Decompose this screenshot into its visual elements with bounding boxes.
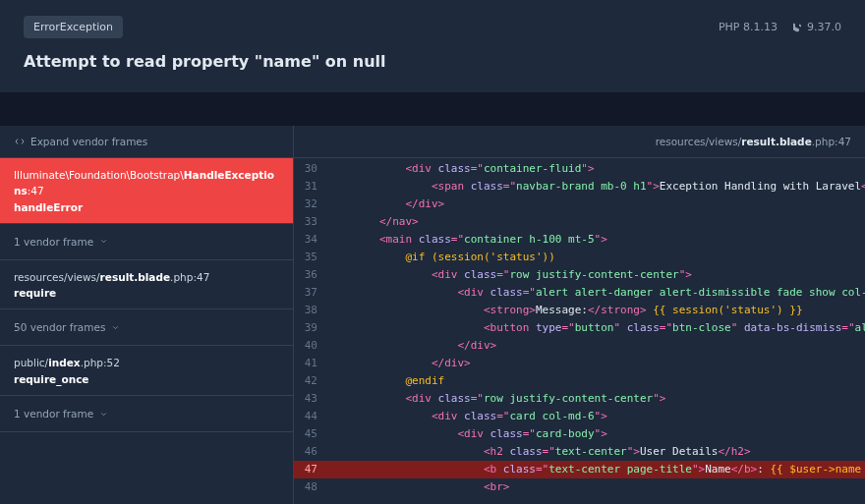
- line-content: <br>: [327, 478, 865, 496]
- code-line: 33 </nav>: [294, 213, 865, 231]
- stack-frame[interactable]: public/index.php:52require_once: [0, 346, 293, 396]
- line-number: 46: [294, 443, 327, 461]
- line-content: <div class="card col-md-6">: [327, 408, 865, 425]
- line-content: <b class="text-center page-title">Name</…: [327, 461, 865, 478]
- line-number: 37: [294, 284, 327, 302]
- line-content: </div>: [327, 355, 865, 372]
- code-line: 36 <div class="row justify-content-cente…: [294, 266, 865, 284]
- code-line: 48 <br>: [294, 478, 865, 496]
- chevron-down-icon: [99, 410, 108, 419]
- line-content: <div class="row justify-content-center">: [327, 390, 865, 408]
- code-line: 30 <div class="container-fluid">: [294, 160, 865, 178]
- code-line: 37 <div class="alert alert-danger alert-…: [294, 284, 865, 302]
- line-number: 44: [294, 408, 327, 425]
- line-number: 36: [294, 266, 327, 284]
- line-content: <main class="container h-100 mt-5">: [327, 231, 865, 249]
- code-line-highlighted: 47 <b class="text-center page-title">Nam…: [294, 461, 865, 478]
- vendor-frames-toggle[interactable]: 50 vendor frames: [0, 309, 293, 346]
- line-content: <span class="navbar-brand mb-0 h1">Excep…: [327, 178, 865, 196]
- stack-frames: Illuminate\Foundation\Bootstrap\HandleEx…: [0, 158, 293, 432]
- vendor-frames-label: 50 vendor frames: [14, 321, 105, 333]
- line-content: </nav>: [327, 213, 865, 231]
- file-path-suffix: .php: [812, 136, 835, 147]
- line-number: 42: [294, 372, 327, 390]
- laravel-icon: [791, 22, 803, 33]
- line-number: 45: [294, 425, 327, 443]
- sidebar-toolbar: Expand vendor frames: [0, 126, 293, 158]
- expand-icon: [14, 136, 26, 147]
- line-content: </div>: [327, 337, 865, 355]
- code-line: 34 <main class="container h-100 mt-5">: [294, 231, 865, 249]
- laravel-version: 9.37.0: [791, 21, 841, 33]
- line-number: 31: [294, 178, 327, 196]
- stack-frame[interactable]: Illuminate\Foundation\Bootstrap\HandleEx…: [0, 158, 293, 224]
- line-content: @if (session('status')): [327, 249, 865, 266]
- header-gap: [0, 92, 865, 126]
- file-path-prefix: resources/views/: [656, 136, 742, 147]
- code-line: 46 <h2 class="text-center">User Details<…: [294, 443, 865, 461]
- exception-badge: ErrorException: [24, 16, 123, 38]
- frame-path: resources/views/result.blade.php:47: [14, 270, 279, 286]
- code-file-path: resources/views/result.blade.php:47: [294, 126, 865, 158]
- code-viewer: resources/views/result.blade.php:47 30 <…: [293, 126, 865, 504]
- line-content: @endif: [327, 372, 865, 390]
- line-number: 43: [294, 390, 327, 408]
- frame-function: handleError: [14, 201, 279, 213]
- line-number: 38: [294, 302, 327, 319]
- line-number: 34: [294, 231, 327, 249]
- line-number: 41: [294, 355, 327, 372]
- line-number: 39: [294, 319, 327, 337]
- frame-path: public/index.php:52: [14, 356, 279, 371]
- header-top: ErrorException PHP 8.1.13 9.37.0: [24, 16, 841, 38]
- line-number: 48: [294, 478, 327, 496]
- frame-path: Illuminate\Foundation\Bootstrap\HandleEx…: [14, 168, 279, 199]
- error-header: ErrorException PHP 8.1.13 9.37.0 Attempt…: [0, 0, 865, 92]
- vendor-frames-label: 1 vendor frame: [14, 236, 93, 248]
- chevron-down-icon: [99, 237, 108, 246]
- env-info: PHP 8.1.13 9.37.0: [719, 21, 841, 33]
- line-number: 30: [294, 160, 327, 178]
- line-number: 47: [294, 461, 327, 478]
- line-content: <div class="card-body">: [327, 425, 865, 443]
- main-panel: Expand vendor frames Illuminate\Foundati…: [0, 126, 865, 504]
- vendor-frames-toggle[interactable]: 1 vendor frame: [0, 396, 293, 432]
- line-number: 32: [294, 196, 327, 213]
- code-line: 31 <span class="navbar-brand mb-0 h1">Ex…: [294, 178, 865, 196]
- code-line: 45 <div class="card-body">: [294, 425, 865, 443]
- code-line: 43 <div class="row justify-content-cente…: [294, 390, 865, 408]
- file-path-line: :47: [835, 136, 851, 147]
- stack-trace-sidebar: Expand vendor frames Illuminate\Foundati…: [0, 126, 293, 504]
- code-line: 42 @endif: [294, 372, 865, 390]
- code-body: 30 <div class="container-fluid">31 <span…: [294, 158, 865, 496]
- expand-vendor-label: Expand vendor frames: [30, 136, 147, 147]
- line-content: <h2 class="text-center">User Details</h2…: [327, 443, 865, 461]
- code-line: 35 @if (session('status')): [294, 249, 865, 266]
- line-content: <strong>Message:</strong> {{ session('st…: [327, 302, 865, 319]
- line-content: <div class="alert alert-danger alert-dis…: [327, 284, 865, 302]
- chevron-down-icon: [111, 323, 120, 332]
- file-path-name: result.blade: [741, 136, 811, 147]
- line-content: <button type="button" class="btn-close" …: [327, 319, 865, 337]
- vendor-frames-toggle[interactable]: 1 vendor frame: [0, 224, 293, 260]
- frame-function: require: [14, 287, 279, 299]
- code-line: 39 <button type="button" class="btn-clos…: [294, 319, 865, 337]
- line-content: <div class="container-fluid">: [327, 160, 865, 178]
- line-content: <div class="row justify-content-center">: [327, 266, 865, 284]
- line-number: 33: [294, 213, 327, 231]
- frame-function: require_once: [14, 373, 279, 385]
- code-line: 40 </div>: [294, 337, 865, 355]
- line-number: 35: [294, 249, 327, 266]
- code-line: 41 </div>: [294, 355, 865, 372]
- code-line: 38 <strong>Message:</strong> {{ session(…: [294, 302, 865, 319]
- code-line: 32 </div>: [294, 196, 865, 213]
- line-number: 40: [294, 337, 327, 355]
- laravel-version-text: 9.37.0: [807, 21, 841, 33]
- expand-vendor-button[interactable]: Expand vendor frames: [14, 136, 147, 147]
- code-line: 44 <div class="card col-md-6">: [294, 408, 865, 425]
- error-message: Attempt to read property "name" on null: [24, 52, 841, 71]
- php-version: PHP 8.1.13: [719, 21, 778, 33]
- vendor-frames-label: 1 vendor frame: [14, 408, 93, 420]
- stack-frame[interactable]: resources/views/result.blade.php:47requi…: [0, 260, 293, 310]
- line-content: </div>: [327, 196, 865, 213]
